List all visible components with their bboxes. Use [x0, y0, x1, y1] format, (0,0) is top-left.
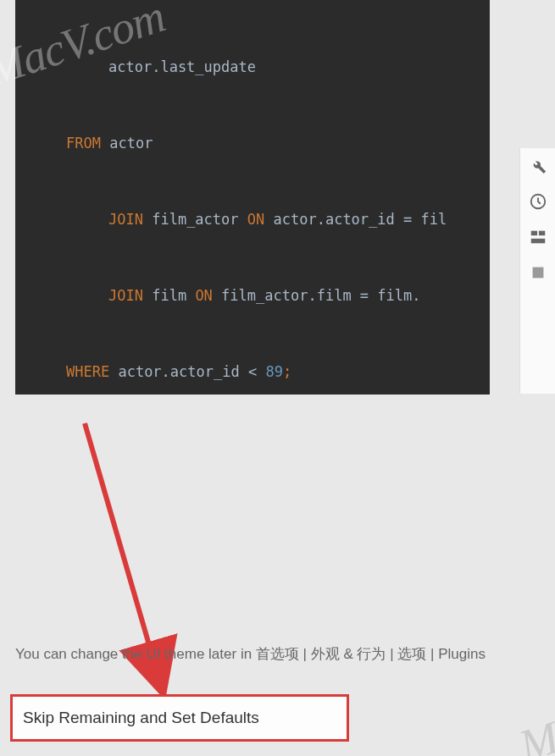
keyword-where: WHERE	[66, 363, 109, 380]
highlighted-button-frame: Skip Remaining and Set Defaults	[10, 694, 349, 742]
history-icon[interactable]	[529, 192, 547, 211]
keyword-on: ON	[247, 211, 264, 228]
ide-panel: actor.last_update FROM actor JOIN film_a…	[15, 0, 490, 395]
keyword-join: JOIN	[108, 211, 143, 228]
keyword-from: FROM	[66, 135, 101, 152]
keyword-on: ON	[195, 287, 212, 304]
watermark: Ma	[513, 704, 555, 756]
keyword-join: JOIN	[108, 287, 143, 304]
code-text: actor.last_update	[108, 58, 256, 75]
hint-text: You can change the UI theme later in 首选项…	[15, 643, 555, 665]
sql-editor[interactable]: actor.last_update FROM actor JOIN film_a…	[15, 0, 490, 395]
wrench-icon[interactable]	[529, 157, 547, 175]
layout-icon[interactable]	[529, 228, 547, 246]
right-tool-strip	[519, 148, 555, 394]
svg-rect-16	[538, 231, 544, 236]
stop-icon[interactable]	[529, 263, 547, 282]
svg-rect-18	[532, 268, 543, 279]
annotation-arrow	[51, 415, 220, 711]
svg-rect-17	[530, 239, 545, 244]
svg-rect-15	[530, 231, 536, 236]
skip-defaults-button[interactable]: Skip Remaining and Set Defaults	[23, 709, 259, 727]
